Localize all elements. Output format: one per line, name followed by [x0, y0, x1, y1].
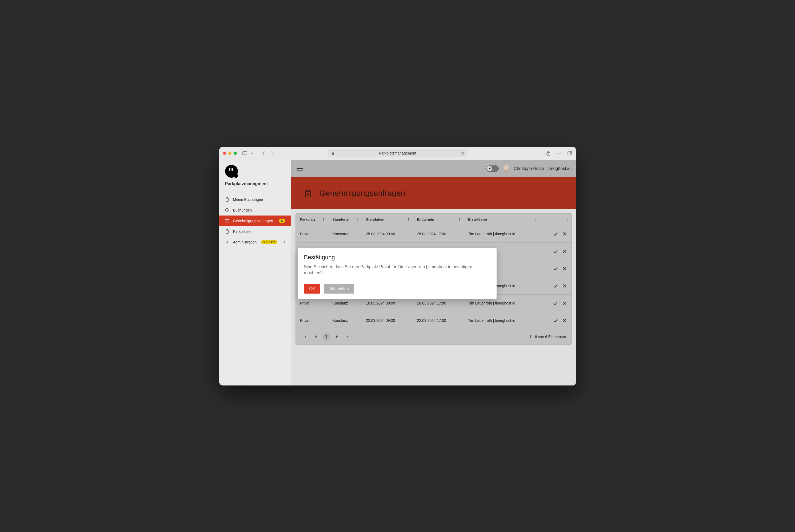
column-menu-icon[interactable]: ⋮ — [356, 217, 359, 221]
window-controls — [223, 152, 237, 155]
sidebar-item-label: Meine Buchungen — [233, 197, 263, 202]
app-name: Parkplatzmanagment — [219, 180, 291, 194]
clock-icon — [225, 208, 229, 212]
cell-parkplatz: Privat — [296, 225, 328, 243]
reload-icon[interactable] — [460, 151, 464, 155]
cell-standorte: Konstanz — [328, 225, 362, 243]
approve-icon[interactable] — [553, 283, 558, 288]
reject-icon[interactable] — [562, 231, 567, 236]
cell-end: 22.03.2024 17:00 — [413, 312, 464, 329]
tabs-overview-icon[interactable] — [567, 151, 572, 156]
sidebar-item-buchungen[interactable]: Buchungen — [219, 205, 291, 215]
sidebar-item-label: Administration — [233, 240, 257, 244]
reject-icon[interactable] — [562, 266, 567, 271]
pager-info: 1 - 6 von 6 Elementen — [530, 335, 566, 339]
column-standorte[interactable]: Standorte⋮ — [328, 214, 362, 225]
titlebar: Parkplatzmanagement — [219, 147, 576, 160]
user-label[interactable]: Christoph Hinze | timeghost.io — [514, 166, 571, 171]
sidebar-item-label: Parkplätze — [233, 229, 251, 234]
cell-actions — [540, 225, 572, 243]
cell-actions — [540, 277, 572, 294]
cell-erstellt: Tim Lauenroth | timeghost.io — [464, 225, 539, 243]
table-row: PrivatKonstanz25.03.2024 09:0025.03.2024… — [296, 225, 572, 243]
close-window-button[interactable] — [223, 152, 226, 155]
browser-window: Parkplatzmanagement Parkplatzmanagment — [219, 147, 576, 385]
dialog-body: Sind Sie sicher, dass Sie den Parkplatz … — [304, 264, 491, 276]
maximize-window-button[interactable] — [234, 152, 237, 155]
cell-start: 22.03.2024 09:00 — [362, 312, 413, 329]
cell-end: 25.03.2024 17:00 — [413, 225, 464, 243]
sidebar-item-genehmigungsanfragen[interactable]: Genehmigungsanfragen 6 — [219, 215, 291, 226]
nav-forward-icon[interactable] — [270, 151, 275, 156]
pager-last-button[interactable] — [344, 333, 352, 341]
approve-icon[interactable] — [553, 301, 558, 306]
column-menu-icon[interactable]: ⋮ — [534, 217, 537, 221]
sidebar: Parkplatzmanagment Meine Buchungen Buchu… — [219, 160, 291, 385]
new-tab-icon[interactable] — [556, 151, 562, 156]
reject-icon[interactable] — [562, 249, 567, 254]
pager-page-1[interactable]: 1 — [322, 333, 330, 341]
app-header: ☀ Christoph Hinze | timeghost.io — [291, 160, 576, 177]
pager-first-button[interactable] — [301, 333, 309, 341]
sidebar-item-label: Genehmigungsanfragen — [233, 219, 273, 223]
svg-rect-2 — [332, 153, 334, 155]
chevron-down-icon[interactable] — [249, 151, 254, 156]
reject-icon[interactable] — [562, 283, 567, 288]
gear-icon — [225, 240, 229, 244]
svg-point-13 — [227, 242, 228, 243]
theme-toggle[interactable]: ☀ — [486, 166, 499, 172]
cell-actions — [540, 312, 572, 329]
table-header-row: Parkplatz⋮ Standorte⋮ Startdatum⋮ Endter… — [296, 214, 572, 225]
sidebar-item-meine-buchungen[interactable]: Meine Buchungen — [219, 194, 291, 205]
sidebar-nav: Meine Buchungen Buchungen Genehmigungsan… — [219, 194, 291, 247]
pager: 1 1 - 6 von 6 Elementen — [296, 329, 572, 344]
approve-icon[interactable] — [553, 266, 558, 271]
version-badge: V 1.0.2.7 — [261, 240, 277, 244]
menu-toggle-button[interactable] — [296, 166, 303, 172]
column-parkplatz[interactable]: Parkplatz⋮ — [296, 214, 328, 225]
reject-icon[interactable] — [562, 301, 567, 306]
sidebar-item-administration[interactable]: Administration V 1.0.2.7 — [219, 237, 291, 247]
lock-icon — [331, 152, 335, 155]
approve-icon[interactable] — [553, 231, 558, 236]
pager-prev-button[interactable] — [312, 333, 320, 341]
column-menu-icon[interactable]: ⋮ — [565, 217, 569, 221]
cell-actions — [540, 294, 572, 312]
column-menu-icon[interactable]: ⋮ — [322, 217, 325, 221]
ok-button[interactable]: OK — [304, 284, 321, 293]
svg-rect-0 — [243, 152, 247, 155]
url-text: Parkplatzmanagement — [379, 151, 416, 155]
pager-next-button[interactable] — [333, 333, 341, 341]
cell-start: 25.03.2024 09:00 — [362, 225, 413, 243]
user-avatar[interactable] — [503, 165, 510, 172]
column-actions[interactable]: ⋮ — [540, 214, 572, 225]
minimize-window-button[interactable] — [228, 152, 232, 155]
app-logo — [219, 165, 291, 180]
cell-standorte: Konstanz — [328, 312, 362, 329]
list-icon — [225, 219, 229, 223]
clipboard-icon — [225, 229, 229, 234]
url-bar[interactable]: Parkplatzmanagement — [328, 149, 467, 157]
reject-icon[interactable] — [562, 318, 567, 323]
cell-actions — [540, 260, 572, 277]
sidebar-item-parkplaetze[interactable]: Parkplätze — [219, 226, 291, 237]
approve-icon[interactable] — [553, 249, 558, 254]
nav-back-icon[interactable] — [261, 151, 266, 156]
page-header: Genehmigungsanfragen — [291, 177, 576, 209]
approval-count-badge: 6 — [279, 219, 285, 223]
column-startdatum[interactable]: Startdatum⋮ — [362, 214, 413, 225]
column-erstellt-von[interactable]: Erstellt von⋮ — [464, 214, 539, 225]
column-menu-icon[interactable]: ⋮ — [407, 217, 410, 221]
cell-erstellt: Tim Lauenroth | timeghost.io — [464, 312, 539, 329]
confirmation-dialog: Bestätigung Sind Sie sicher, dass Sie de… — [298, 248, 496, 299]
sun-icon: ☀ — [487, 166, 492, 171]
cell-actions — [540, 243, 572, 260]
table-row: PrivatKonstanz22.03.2024 09:0022.03.2024… — [296, 312, 572, 329]
column-endtermin[interactable]: Endtermin⋮ — [413, 214, 464, 225]
page-title: Genehmigungsanfragen — [320, 189, 405, 198]
sidebar-toggle-icon[interactable] — [242, 151, 248, 156]
column-menu-icon[interactable]: ⋮ — [458, 217, 461, 221]
approve-icon[interactable] — [553, 318, 558, 323]
share-icon[interactable] — [546, 151, 551, 156]
cancel-button[interactable]: Abbrechen — [324, 284, 354, 293]
